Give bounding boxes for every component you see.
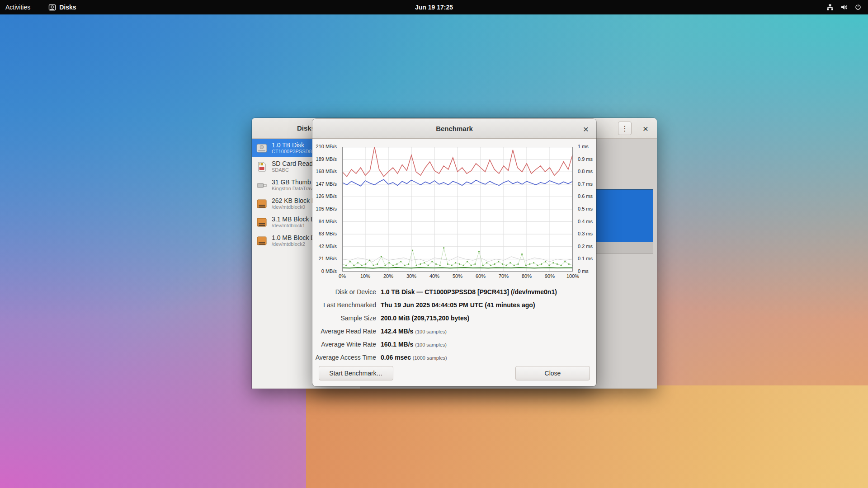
app-indicator[interactable]: Disks [48,4,76,11]
x-axis-tick: 50% [453,273,462,279]
benchmark-dialog-titlebar[interactable]: Benchmark × [312,119,596,139]
right-axis-tick: 0.8 ms [578,169,593,174]
detail-row-last-benchmarked: Last Benchmarked Thu 19 Jun 2025 04:44:0… [312,298,590,311]
detail-row-sample-size: Sample Size 200.0 MiB (209,715,200 bytes… [312,311,590,324]
status-area[interactable] [826,4,862,11]
app-indicator-label: Disks [59,4,76,11]
right-axis-tick: 0.9 ms [578,156,593,162]
clock[interactable]: Jun 19 17:25 [415,4,453,11]
block-device-icon [255,235,268,247]
block-device-icon [255,216,268,229]
benchmark-details: Disk or Device 1.0 TB Disk — CT1000P3PSS… [312,285,590,364]
dialog-footer: Start Benchmark… Close [319,366,590,380]
right-axis-tick: 0.1 ms [578,256,593,261]
detail-value: 160.1 MB/s (100 samples) [381,341,447,348]
detail-value: 142.4 MB/s (100 samples) [381,328,447,335]
sidebar-item-subtitle: SDABC [272,167,319,173]
disk-icon [255,142,268,155]
detail-value: 200.0 MiB (209,715,200 bytes) [381,314,469,322]
detail-label: Average Access Time [312,354,381,361]
left-axis-tick: 105 MB/s [316,206,337,211]
benchmark-dialog: Benchmark × 210 MB/s189 MB/s168 MB/s147 … [312,119,596,386]
benchmark-dialog-title: Benchmark [312,119,596,138]
activities-button[interactable]: Activities [0,0,36,14]
right-axis-tick: 0.3 ms [578,231,593,236]
x-axis-tick: 80% [522,273,532,279]
left-axis-tick: 84 MB/s [319,219,337,224]
left-axis-tick: 42 MB/s [319,244,337,249]
benchmark-chart-plot [342,147,573,272]
disks-app-icon [48,4,56,11]
left-axis-tick: 0 MB/s [321,268,337,274]
right-axis-tick: 0.7 ms [578,181,593,187]
right-axis-tick: 0.6 ms [578,193,593,199]
window-close-button[interactable]: × [639,122,652,135]
power-icon [854,4,862,11]
detail-row-write-rate: Average Write Rate 160.1 MB/s (100 sampl… [312,338,590,351]
right-axis-tick: 1 ms [578,144,589,149]
x-axis-tick: 60% [476,273,486,279]
network-icon [826,4,834,11]
x-axis-tick: 40% [429,273,439,279]
left-axis-tick: 126 MB/s [316,193,337,199]
detail-label: Sample Size [312,314,381,322]
right-axis-tick: 0.2 ms [578,244,593,249]
detail-label: Last Benchmarked [312,301,381,309]
detail-row-access-time: Average Access Time 0.06 msec (1000 samp… [312,351,590,364]
left-axis-tick: 189 MB/s [316,156,337,162]
desktop: Activities Disks Jun 19 17:25 Disks ⋮ [0,0,868,488]
volume-icon [840,4,848,11]
left-axis-tick: 63 MB/s [319,231,337,236]
sd-card-icon [255,160,268,173]
detail-label: Average Read Rate [312,328,381,335]
detail-row-read-rate: Average Read Rate 142.4 MB/s (100 sample… [312,324,590,338]
x-axis-tick: 30% [406,273,416,279]
x-axis-tick: 10% [360,273,370,279]
x-axis-tick: 90% [545,273,555,279]
detail-row-disk: Disk or Device 1.0 TB Disk — CT1000P3PSS… [312,285,590,298]
top-bar: Activities Disks Jun 19 17:25 [0,0,868,14]
chart-left-axis: 210 MB/s189 MB/s168 MB/s147 MB/s126 MB/s… [312,147,340,272]
x-axis-tick: 20% [383,273,393,279]
x-axis-tick: 70% [499,273,509,279]
detail-value: Thu 19 Jun 2025 04:44:05 PM UTC (41 minu… [381,301,535,309]
right-axis-tick: 0.5 ms [578,206,593,211]
chart-x-axis: 0%10%20%30%40%50%60%70%80%90%100% [342,272,573,280]
right-axis-tick: 0 ms [578,268,589,274]
sidebar-item-subtitle: CT1000P3PSSD8 [272,149,312,155]
start-benchmark-button[interactable]: Start Benchmark… [319,366,393,380]
thumb-drive-icon [255,179,268,192]
x-axis-tick: 100% [566,273,579,279]
block-device-icon [255,197,268,210]
menu-button[interactable]: ⋮ [618,122,632,135]
detail-label: Average Write Rate [312,341,381,348]
detail-value: 0.06 msec (1000 samples) [381,354,447,361]
sidebar-item-title: SD Card Reader [272,160,319,167]
left-axis-tick: 210 MB/s [316,144,337,149]
left-axis-tick: 147 MB/s [316,181,337,187]
chart-right-axis: 1 ms0.9 ms0.8 ms0.7 ms0.6 ms0.5 ms0.4 ms… [576,147,596,272]
left-axis-tick: 21 MB/s [319,256,337,261]
x-axis-tick: 0% [339,273,346,279]
detail-label: Disk or Device [312,288,381,296]
left-axis-tick: 168 MB/s [316,169,337,174]
close-button[interactable]: Close [515,366,590,380]
dialog-close-icon-button[interactable]: × [579,122,593,136]
wallpaper-color-band [306,385,868,488]
detail-value: 1.0 TB Disk — CT1000P3PSSD8 [P9CR413] (/… [381,288,557,296]
sidebar-item-title: 1.0 TB Disk [272,141,312,149]
right-axis-tick: 0.4 ms [578,219,593,224]
